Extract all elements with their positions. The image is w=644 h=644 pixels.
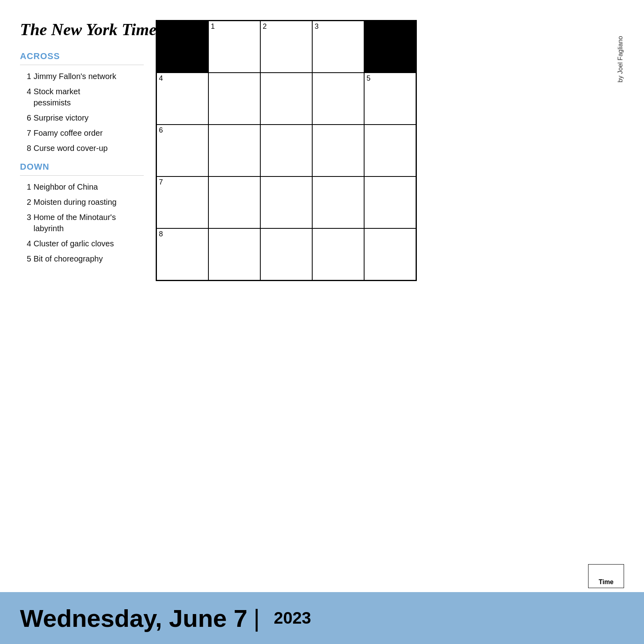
clue-text: Curse word cover-up	[34, 143, 108, 154]
cell-2-3[interactable]	[312, 125, 364, 176]
across-divider	[20, 65, 144, 65]
footer-separator: |	[254, 606, 260, 630]
cell-number: 1	[211, 23, 215, 30]
down-clue-list: 1 Neighbor of China 2 Moisten during roa…	[20, 181, 144, 264]
clue-number: 8	[20, 143, 31, 154]
clue-text: Moisten during roasting	[34, 196, 117, 208]
clue-number: 3	[20, 212, 31, 223]
clue-text: Surprise victory	[34, 112, 89, 123]
cell-0-0	[157, 21, 208, 73]
cell-number: 5	[367, 75, 371, 82]
clue-text: Neighbor of China	[34, 181, 98, 192]
across-clue-1: 1 Jimmy Fallon's network	[20, 71, 144, 82]
time-label: Time	[598, 579, 613, 586]
grid-panel: 1 2 3 4 5 6 7	[156, 16, 624, 284]
cell-0-4	[364, 21, 416, 73]
clue-number: 1	[20, 71, 31, 82]
across-clue-4: 4 Stock marketpessimists	[20, 86, 144, 108]
clue-text: Jimmy Fallon's network	[34, 71, 116, 82]
cell-number: 7	[159, 178, 163, 186]
footer-year: 2023	[274, 608, 311, 628]
cell-0-3[interactable]: 3	[312, 21, 364, 73]
cell-2-0[interactable]: 6	[157, 125, 208, 176]
across-clue-8: 8 Curse word cover-up	[20, 143, 144, 154]
middle-spacer	[0, 292, 644, 561]
clue-text: Cluster of garlic cloves	[34, 238, 114, 249]
cell-3-3[interactable]	[312, 176, 364, 228]
down-clue-5: 5 Bit of choreography	[20, 253, 144, 264]
footer-date: Wednesday, June 7	[20, 604, 248, 632]
cell-4-3[interactable]	[312, 228, 364, 280]
cell-4-2[interactable]	[260, 228, 312, 280]
clue-text: Home of the Minotaur'slabyrinth	[34, 212, 116, 234]
cell-1-1[interactable]	[208, 73, 260, 125]
cell-0-1[interactable]: 1	[208, 21, 260, 73]
clue-number: 5	[20, 253, 31, 264]
cell-number: 6	[159, 127, 163, 134]
cell-3-1[interactable]	[208, 176, 260, 228]
cell-1-2[interactable]	[260, 73, 312, 125]
down-clue-3: 3 Home of the Minotaur'slabyrinth	[20, 212, 144, 234]
clues-panel: The New York Times ACROSS 1 Jimmy Fallon…	[20, 16, 156, 284]
cell-1-4[interactable]: 5	[364, 73, 416, 125]
time-area: Time	[0, 560, 644, 592]
clue-number: 4	[20, 238, 31, 249]
clue-text: Foamy coffee order	[34, 127, 103, 139]
bottom-bar: Wednesday, June 7 | 2023	[0, 592, 644, 644]
main-container: The New York Times ACROSS 1 Jimmy Fallon…	[0, 0, 644, 644]
crossword-grid[interactable]: 1 2 3 4 5 6 7	[156, 20, 417, 281]
across-clue-6: 6 Surprise victory	[20, 112, 144, 123]
cell-number: 2	[263, 23, 267, 30]
top-area: The New York Times ACROSS 1 Jimmy Fallon…	[0, 0, 644, 292]
across-clue-list: 1 Jimmy Fallon's network 4 Stock marketp…	[20, 71, 144, 154]
cell-number: 4	[159, 75, 163, 82]
cell-4-4[interactable]	[364, 228, 416, 280]
cell-number: 8	[159, 230, 163, 238]
down-clue-4: 4 Cluster of garlic cloves	[20, 238, 144, 249]
down-clue-1: 1 Neighbor of China	[20, 181, 144, 192]
clue-text: Bit of choreography	[34, 253, 103, 264]
clue-number: 7	[20, 127, 31, 139]
nyt-logo: The New York Times	[20, 20, 144, 39]
across-title: ACROSS	[20, 51, 144, 61]
clue-text: Stock marketpessimists	[34, 86, 80, 108]
clue-number: 1	[20, 181, 31, 192]
cell-number: 3	[315, 23, 319, 30]
down-title: DOWN	[20, 162, 144, 172]
cell-4-0[interactable]: 8	[157, 228, 208, 280]
cell-2-2[interactable]	[260, 125, 312, 176]
cell-2-1[interactable]	[208, 125, 260, 176]
down-divider	[20, 175, 144, 176]
cell-4-1[interactable]	[208, 228, 260, 280]
cell-0-2[interactable]: 2	[260, 21, 312, 73]
clue-number: 2	[20, 196, 31, 208]
cell-1-0[interactable]: 4	[157, 73, 208, 125]
cell-3-4[interactable]	[364, 176, 416, 228]
cell-3-2[interactable]	[260, 176, 312, 228]
across-clue-7: 7 Foamy coffee order	[20, 127, 144, 139]
cell-1-3[interactable]	[312, 73, 364, 125]
byline: by Joel Fagliano	[617, 36, 624, 83]
down-clue-2: 2 Moisten during roasting	[20, 196, 144, 208]
cell-2-4[interactable]	[364, 125, 416, 176]
cell-3-0[interactable]: 7	[157, 176, 208, 228]
clue-number: 6	[20, 112, 31, 123]
clue-number: 4	[20, 86, 31, 97]
time-box: Time	[588, 564, 624, 588]
